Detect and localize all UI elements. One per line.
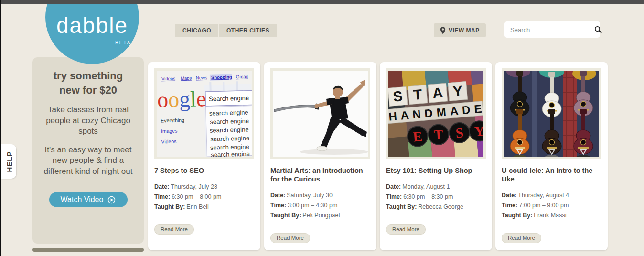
time-value: 6:30 pm – 8:30 pm [403, 193, 453, 200]
watch-video-button[interactable]: Watch Video [49, 192, 128, 207]
photo-circle-letter: T [433, 127, 444, 143]
promo-paragraph-2: It's an easy way to meet new people & fi… [39, 145, 137, 177]
class-card-ukulele: U-could-lele: An Intro to the Uke Date:T… [495, 62, 608, 250]
photo-side-link: Videos [161, 139, 176, 145]
photo-letter-tile: E [473, 102, 482, 116]
watch-video-label: Watch Video [61, 195, 104, 204]
svg-text:oogle: oogle [157, 86, 207, 112]
help-tab-label: HELP [5, 151, 13, 172]
photo-logo-letter: o [168, 87, 180, 112]
help-tab[interactable]: HELP [1, 144, 16, 179]
class-title: Martial Arts: an Introduction for the Cu… [270, 166, 370, 183]
nav-chicago-button[interactable]: CHICAGO [175, 24, 218, 37]
class-details: Date:Thursday, August 4 Time:7:00 pm – 9… [502, 191, 601, 221]
photo-link: Shopping [211, 74, 232, 80]
photo-side-link: Images [161, 128, 178, 134]
time-label: Time: [154, 193, 170, 200]
logo-wordmark: dabble [45, 12, 139, 38]
taught-by-value: Frank Massi [534, 212, 566, 219]
photo-letter-tile: A [450, 104, 459, 117]
taught-by-value: Pek Pongpaet [302, 212, 340, 219]
class-photo-martial-arts[interactable] [270, 68, 370, 159]
time-label: Time: [270, 202, 286, 209]
photo-link: Maps [181, 75, 192, 81]
date-label: Date: [386, 183, 401, 190]
photo-letter-tile: A [400, 108, 409, 122]
photo-suggestion: search engine [210, 117, 249, 126]
time-label: Time: [502, 202, 517, 209]
photo-suggestion: search engine [210, 126, 249, 134]
photo-letter-tile: T [413, 86, 423, 102]
logo-beta-tag: BETA [115, 40, 131, 45]
promo-paragraph-1: Take classes from real people at cozy Ch… [39, 105, 137, 137]
view-map-label: VIEW MAP [449, 27, 480, 34]
view-map-button[interactable]: VIEW MAP [434, 23, 486, 37]
page: dabble BETA CHICAGO OTHER CITIES VIEW MA… [0, 0, 644, 256]
top-bar [0, 0, 644, 4]
photo-letter-tile: M [436, 105, 447, 119]
search-input[interactable] [504, 21, 594, 38]
taught-by-value: Rebecca George [418, 203, 463, 210]
class-photo-google-search[interactable]: Videos Maps News Shopping Gmail oogle Se… [154, 68, 254, 159]
dabble-logo[interactable]: dabble BETA [45, 0, 139, 64]
read-more-button[interactable]: Read More [502, 233, 541, 243]
photo-letter-tile: Y [452, 83, 463, 99]
time-label: Time: [386, 193, 402, 200]
date-value: Saturday, July 30 [287, 192, 333, 199]
date-value: Thursday, August 4 [518, 192, 569, 199]
photo-circle-letter: Y [474, 123, 483, 139]
promo-heading: try something new for $20 [44, 69, 132, 97]
next-panel-peek [32, 248, 144, 252]
photo-link: News [196, 75, 207, 81]
read-more-button[interactable]: Read More [270, 233, 310, 243]
photo-logo-letter: e [196, 86, 206, 111]
photo-letter-tile: D [462, 103, 471, 117]
class-title: Etsy 101: Setting Up Shop [386, 166, 486, 175]
date-value: Thursday, July 28 [171, 183, 217, 190]
time-value: 3:00 pm – 4:30 pm [288, 202, 337, 209]
class-details: Date:Saturday, July 30 Time:3:00 pm – 4:… [270, 191, 370, 221]
read-more-button[interactable]: Read More [386, 224, 426, 235]
photo-circle-letter: S [455, 125, 464, 140]
nav-other-cities-button[interactable]: OTHER CITIES [219, 24, 277, 37]
play-icon [107, 196, 116, 204]
class-card-seo: Videos Maps News Shopping Gmail oogle Se… [148, 62, 260, 250]
photo-suggestion: search engine [209, 109, 248, 117]
class-title: 7 Steps to SEO [154, 166, 254, 175]
class-photo-etsy-collage[interactable]: S T A Y H A N D M A D E [386, 68, 486, 159]
photo-side-link: Everything [161, 117, 184, 123]
photo-link: Gmail [236, 74, 248, 80]
photo-search-box-text: Search engine [209, 95, 249, 103]
search-icon[interactable] [594, 21, 602, 38]
taught-by-value: Erin Bell [186, 203, 209, 210]
time-value: 6:30 pm – 8:00 pm [172, 193, 221, 200]
photo-logo-letter: o [157, 87, 169, 112]
photo-letter-tile: S [392, 88, 403, 105]
promo-panel: try something new for $20 Take classes f… [32, 57, 144, 244]
photo-letter-tile: H [388, 109, 397, 123]
date-label: Date: [270, 192, 285, 199]
time-value: 7:00 pm – 9:00 pm [519, 202, 569, 209]
photo-link: Videos [161, 76, 175, 82]
map-pin-icon [440, 27, 446, 34]
photo-suggestion: search engine [211, 150, 250, 157]
taught-by-label: Taught By: [154, 203, 185, 210]
taught-by-label: Taught By: [270, 212, 301, 219]
left-edge-strip [0, 0, 1, 256]
class-photo-ukuleles[interactable] [502, 68, 601, 159]
class-details: Date:Monday, August 1 Time:6:30 pm – 8:3… [386, 182, 486, 212]
taught-by-label: Taught By: [386, 203, 417, 210]
date-label: Date: [502, 192, 516, 199]
taught-by-label: Taught By: [502, 212, 532, 219]
photo-letter-tile: D [424, 107, 433, 120]
search-box [504, 21, 600, 38]
class-card-etsy: S T A Y H A N D M A D E [380, 62, 492, 250]
class-title: U-could-lele: An Intro to the Uke [502, 166, 601, 183]
photo-circle-letter: E [412, 128, 423, 145]
photo-logo-letter: g [179, 87, 191, 112]
class-details: Date:Thursday, July 28 Time:6:30 pm – 8:… [154, 182, 254, 212]
class-card-martial-arts: Martial Arts: an Introduction for the Cu… [264, 62, 376, 250]
date-label: Date: [154, 183, 169, 190]
date-value: Monday, August 1 [402, 183, 450, 190]
read-more-button[interactable]: Read More [154, 224, 194, 235]
